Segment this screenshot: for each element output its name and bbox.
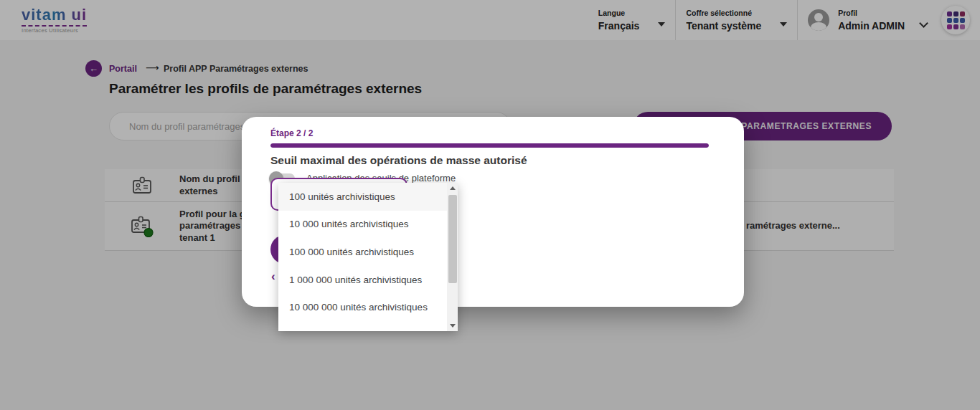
dropdown-scrollbar[interactable] bbox=[447, 183, 458, 331]
scroll-down-arrow[interactable] bbox=[447, 320, 458, 331]
option-list: 100 unités archivistiques 10 000 unités … bbox=[278, 183, 447, 331]
dropdown-option[interactable]: 1 000 000 unités archivistiques bbox=[278, 266, 447, 294]
scrollbar-thumb[interactable] bbox=[448, 195, 457, 283]
dropdown-option[interactable]: 100 unités archivistiques bbox=[278, 183, 447, 211]
dropdown-option[interactable]: 100 000 unités archivistiques bbox=[278, 238, 447, 266]
dialog-title: Seuil maximal des opérations de masse au… bbox=[270, 154, 709, 167]
step-indicator: Étape 2 / 2 bbox=[270, 128, 709, 138]
dropdown-option[interactable]: 10 000 unités archivistiques bbox=[278, 211, 447, 239]
progress-bar bbox=[270, 143, 709, 148]
chevron-left-icon: ‹ bbox=[271, 270, 275, 282]
scroll-up-arrow[interactable] bbox=[447, 183, 458, 194]
dropdown-option[interactable]: 10 000 000 unités archivistiques bbox=[278, 293, 447, 321]
progress-fill bbox=[270, 143, 709, 148]
threshold-dropdown-panel: 100 unités archivistiques 10 000 unités … bbox=[278, 183, 458, 331]
